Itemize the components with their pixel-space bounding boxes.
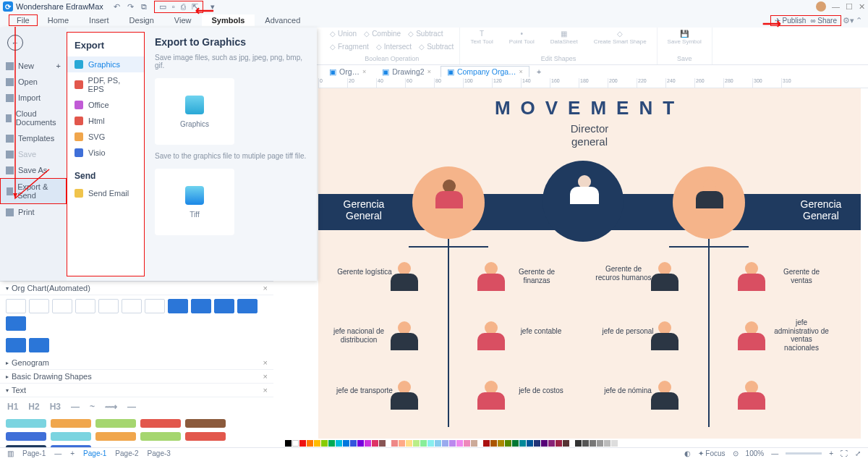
office-icon <box>75 101 83 109</box>
h3-button[interactable]: H3 <box>50 402 61 412</box>
add-tab-button[interactable]: + <box>537 67 541 76</box>
text-heading-row: H1 H2 H3 —~⟿— <box>0 397 273 416</box>
email-icon <box>75 189 83 198</box>
cap-rrhh: Gerente de recuros humanos <box>595 265 652 282</box>
intersect-button[interactable]: ◇ Intersect <box>376 43 412 51</box>
h2-button[interactable]: H2 <box>28 402 39 412</box>
pdf-icon <box>75 80 83 89</box>
minimize-icon[interactable]: — <box>832 2 840 11</box>
shape[interactable] <box>6 338 26 352</box>
shape[interactable] <box>191 299 211 313</box>
export-panel-title: Export to Graphics <box>155 36 307 48</box>
shape[interactable] <box>214 299 234 313</box>
fit-page-icon[interactable]: ⛶ <box>841 449 848 457</box>
datasheet-button[interactable]: ▦DataSheet <box>546 30 582 45</box>
p-contable <box>477 321 505 350</box>
section-orgchart[interactable]: ▾Org Chart(Automated)× <box>0 282 273 295</box>
svg-icon <box>75 132 83 141</box>
combine-button[interactable]: ◇ Combine <box>364 30 401 38</box>
menu-insert[interactable]: Insert <box>79 14 119 26</box>
band-left-label: Gerencia General <box>331 198 396 221</box>
p-costos <box>477 381 505 410</box>
h1-button[interactable]: H1 <box>7 402 18 412</box>
export-pdf[interactable]: PDF, PS, EPS <box>67 72 144 97</box>
doc-tab-3[interactable]: ▣Company Orga…× <box>441 66 529 77</box>
p-finanzas <box>477 262 505 291</box>
new-window-icon[interactable]: ⧉ <box>141 2 147 12</box>
conn <box>669 246 749 248</box>
page1-tab[interactable]: Page-1 <box>83 449 106 457</box>
file-col-export-options: Export Graphics PDF, PS, EPS Office Html… <box>67 32 145 276</box>
export-graphics[interactable]: Graphics <box>67 56 144 72</box>
shape[interactable] <box>6 299 26 313</box>
shape[interactable] <box>75 299 95 313</box>
fullscreen-icon[interactable]: ⤢ <box>855 449 861 457</box>
save-icon[interactable]: ▫ <box>172 2 175 12</box>
print-icon[interactable]: ⎙ <box>181 2 186 12</box>
p-logistica <box>391 262 418 291</box>
avatar-gerencia-r <box>696 179 723 208</box>
group-edit-label: Edit Shapes <box>466 55 650 62</box>
cap-logistica: Gerente logística <box>336 268 393 276</box>
share-button[interactable]: ∞ Share <box>810 17 837 25</box>
section-genogram[interactable]: ▸Genogram× <box>0 356 273 370</box>
undo-icon[interactable]: ↶ <box>114 2 120 12</box>
zoom-in-button[interactable]: + <box>829 449 833 457</box>
save-symbol-button[interactable]: 💾Save Symbol <box>663 30 706 45</box>
subtract2-button[interactable]: ◇ Subtract <box>419 43 454 51</box>
p-distrib <box>391 321 418 350</box>
file-print[interactable]: Print <box>0 204 67 220</box>
status-page1[interactable]: Page-1 <box>22 449 46 457</box>
export-visio[interactable]: Visio <box>67 145 144 161</box>
page-indicator-icon[interactable]: ▥ <box>7 449 14 457</box>
subtract-button[interactable]: ◇ Subtract <box>408 30 443 38</box>
shape[interactable] <box>168 299 188 313</box>
union-button[interactable]: ◇ Union <box>330 30 357 38</box>
chart-title: MOVEMENT <box>318 97 861 119</box>
menu-design[interactable]: Design <box>119 14 164 26</box>
doc-tab-1[interactable]: ▣Org…× <box>323 66 373 77</box>
export-office[interactable]: Office <box>67 97 144 113</box>
shapes-pane: ▾Org Chart(Automated)× ▸Genogram× ▸Basic… <box>0 281 273 447</box>
create-smart-button[interactable]: ◇Create Smart Shape <box>590 30 651 45</box>
menu-advanced[interactable]: Advanced <box>255 14 310 26</box>
maximize-icon[interactable]: ☐ <box>846 2 853 12</box>
send-email[interactable]: Send Email <box>67 185 144 201</box>
visio-icon <box>75 148 83 157</box>
text-tool-button[interactable]: TText Tool <box>466 30 497 45</box>
export-svg[interactable]: SVG <box>67 129 144 145</box>
shape[interactable] <box>98 299 119 313</box>
shape[interactable] <box>6 316 26 331</box>
zoom-level: 100% <box>746 449 765 457</box>
shape[interactable] <box>52 299 72 313</box>
doc-tab-2[interactable]: ▣Drawing2× <box>375 66 438 77</box>
export-card-graphics[interactable]: Graphics <box>155 78 234 145</box>
color-palette[interactable] <box>285 440 861 447</box>
export-html[interactable]: Html <box>67 113 144 129</box>
file-col-preview: Export to Graphics Save image files, suc… <box>145 28 317 281</box>
redo-icon[interactable]: ↷ <box>127 2 134 12</box>
shape[interactable] <box>145 299 165 313</box>
section-basic[interactable]: ▸Basic Drawing Shapes× <box>0 370 273 384</box>
orgchart-shapes <box>0 295 273 334</box>
fragment-button[interactable]: ◇ Fragment <box>330 43 369 51</box>
open-icon[interactable]: ▭ <box>159 2 166 12</box>
shape[interactable] <box>29 299 49 313</box>
page2-tab[interactable]: Page-2 <box>115 449 138 457</box>
settings-icon[interactable]: ⚙▾ <box>843 16 854 25</box>
user-avatar[interactable] <box>816 1 826 12</box>
export-card-tiff[interactable]: Tiff <box>155 169 234 235</box>
section-text[interactable]: ▾Text× <box>0 384 273 397</box>
zoom-out-button[interactable]: — <box>771 449 778 457</box>
canvas[interactable]: MOVEMENT Directorgeneral Gerencia Genera… <box>318 88 861 439</box>
shape[interactable] <box>122 299 142 313</box>
p-extra <box>738 381 765 410</box>
close-icon[interactable]: ✕ <box>859 2 865 12</box>
shape[interactable] <box>29 338 49 352</box>
shape[interactable] <box>237 299 258 313</box>
collapse-ribbon-icon[interactable]: ⌃ <box>856 16 862 25</box>
point-tool-button[interactable]: •Point Tool <box>505 30 539 45</box>
export-panel-desc: Save image files, such as jpg, jpeg, png… <box>155 54 307 69</box>
page3-tab[interactable]: Page-3 <box>148 449 171 457</box>
p-rrhh <box>651 262 678 291</box>
